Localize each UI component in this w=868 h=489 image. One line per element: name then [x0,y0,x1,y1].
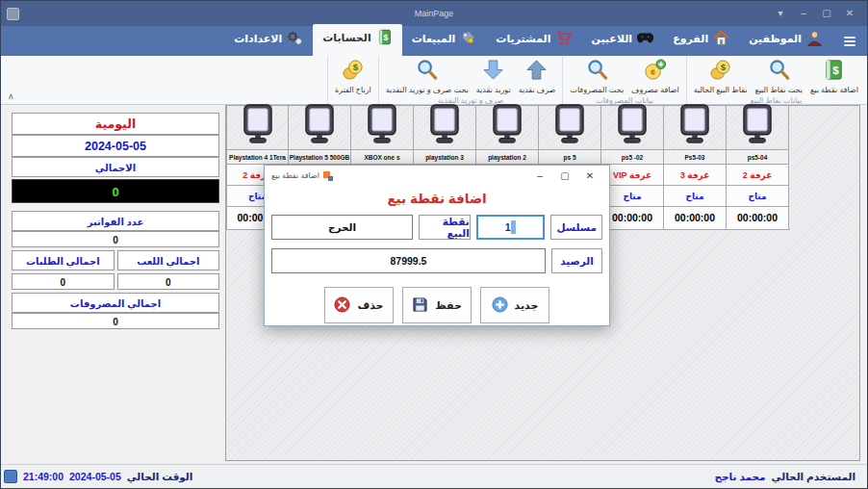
daily-summary-panel: اليومية 2024-05-05 الاجمالي 0 عدد الفوات… [12,113,219,332]
ribbon-item-cash-in[interactable]: توريد نقدية [472,58,515,95]
new-button[interactable]: جديد [480,287,549,323]
dialog-app-icon [323,171,333,181]
daily-date: 2024-05-05 [12,135,219,157]
ribbon-collapse-chevron-icon[interactable]: ∧ [8,91,14,101]
application-menu-icon[interactable] [838,31,861,52]
tab-sales[interactable]: المبيعات [402,25,487,56]
ribbon-item-label: ارباح الفترة [335,86,371,94]
monitor-icon [364,104,400,149]
players-icon [637,30,653,48]
titlebar-dropdown-button[interactable]: ▾ [769,5,792,22]
ribbon-item-label: نقاط البيع الحالية [694,86,748,94]
branches-icon [713,30,729,48]
delete-button[interactable]: حذف [324,287,394,323]
station-column[interactable]: Ps5-03 غرفة 3 متاح 00:00:00 [664,106,727,229]
ribbon-item-add-expense[interactable]: ¢ اضافة مصروف [627,58,683,95]
current-time-value: 21:49:00 [23,471,64,482]
dialog-close-button[interactable]: ✕ [577,168,602,184]
settings-icon [287,30,303,48]
station-status: متاح [727,186,788,207]
orders-total-value: 0 [12,273,115,290]
tab-settings[interactable]: الاعدادات [224,25,313,56]
search-icon [768,59,790,85]
station-column[interactable]: ps5-04 غرفة 2 متاح 00:00:00 [727,106,789,229]
ribbon-item-period-profits[interactable]: $ ارباح الفترة [331,58,375,95]
current-date-value: 2024-05-05 [69,471,121,482]
tab-label: الفروع [673,33,708,45]
pos-name-input[interactable]: الحرج [271,215,413,240]
pos-add-icon: $ [823,59,845,85]
purchases-icon [555,30,572,48]
arrow-up-icon [525,59,548,85]
delete-icon [334,296,350,315]
ribbon-item-label: اضافة نقطة بيع [810,86,858,94]
coins-icon: $ [342,59,364,85]
station-room: غرفة VIP [601,165,663,186]
save-icon [412,296,428,315]
orders-total-label: اجمالي الطلبات [12,250,115,270]
monitor-icon [551,104,588,149]
ribbon-item-current-pos[interactable]: $ نقاط البيع الحالية [690,58,752,95]
arrow-down-icon [482,59,504,85]
accounts-icon: $ [376,29,393,47]
ribbon-item-label: بحث صرف و توريد النقدية [386,86,469,94]
monitor-icon [677,104,713,149]
ribbon-item-search-expenses[interactable]: بحث المصروفات [566,58,627,95]
tab-employees[interactable]: الموظفين [739,25,832,56]
ribbon-group-cash-flow: صرف نقدية توريد نقدية بحث صرف و توريد ال… [378,56,563,104]
ribbon-item-search-cash-flow[interactable]: بحث صرف و توريد النقدية [382,58,472,95]
dialog-title-bar[interactable]: اضافة نقطة بيع – ▢ ✕ [265,166,609,186]
maximize-button[interactable]: ▢ [815,5,838,22]
title-bar: MainPage ▾ – ▢ ✕ [1,1,867,26]
serial-value: 1 [505,221,511,233]
close-button[interactable]: ✕ [838,5,861,22]
station-name: ps 5 [539,150,600,165]
tab-branches[interactable]: الفروع [663,25,739,56]
station-room: غرفة 2 [727,165,788,186]
coins-icon: $ [709,59,731,85]
tab-label: الموظفين [749,33,802,45]
tab-accounts[interactable]: $ الحسابات [313,24,401,56]
save-button-label: حفظ [435,299,462,312]
dialog-maximize-button[interactable]: ▢ [552,168,577,184]
svg-text:$: $ [383,33,388,42]
minimize-button[interactable]: – [792,5,815,22]
save-button[interactable]: حفظ [402,287,472,323]
dialog-title: اضافة نقطة بيع [271,171,319,180]
tab-players[interactable]: اللاعبين [581,25,663,56]
status-grip-icon [4,470,17,483]
dialog-heading: اضافة نقطة بيع [265,191,609,206]
ribbon-item-cash-out[interactable]: صرف نقدية [515,58,560,95]
new-icon [492,296,508,315]
expenses-total-label: اجمالي المصروفات [12,293,219,313]
balance-label: الرصيد [551,248,602,273]
status-bar: 21:49:00 2024-05-05 الوقت الحالي المستخد… [1,464,867,488]
play-total-label: اجمالي اللعب [117,250,220,270]
station-column[interactable]: ps5 -02 غرفة VIP متاح 00:00:00 [601,106,664,229]
expenses-total-value: 0 [12,313,219,329]
window-title: MainPage [1,9,867,18]
dialog-minimize-button[interactable]: – [527,168,552,184]
ribbon-item-label: صرف نقدية [519,86,556,94]
tab-label: اللاعبين [591,33,632,45]
new-button-label: جديد [515,299,539,312]
search-icon [416,59,438,85]
ribbon-item-add-pos[interactable]: $ اضافة نقطة بيع [806,58,862,95]
balance-input[interactable]: 87999.5 [271,248,546,273]
station-name: ps5 -02 [601,150,663,165]
station-room: غرفة 3 [664,165,726,186]
station-name: Ps5-03 [664,150,726,165]
current-time-label: الوقت الحالي [127,471,193,482]
ribbon-item-search-pos[interactable]: بحث نقاط البيع [751,58,806,95]
station-timer: 00:00:00 [601,207,663,229]
ribbon-item-label: بحث نقاط البيع [754,86,803,94]
tab-label: الاعدادات [234,33,282,45]
monitor-icon [739,104,776,149]
tab-label: المبيعات [412,33,456,45]
ribbon-group-profits: $ ارباح الفترة [327,56,378,104]
tab-purchases[interactable]: المشتريات [486,25,581,56]
serial-input[interactable]: 1 [476,215,546,240]
station-name: playstation 2 [476,150,538,165]
monitor-icon [614,104,651,149]
station-status: متاح [664,186,726,207]
